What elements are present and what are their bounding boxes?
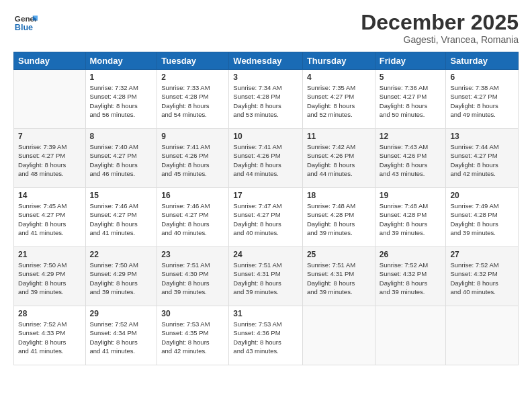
- day-number: 4: [307, 73, 371, 82]
- location-subtitle: Gagesti, Vrancea, Romania: [361, 34, 519, 45]
- calendar-cell: 28Sunrise: 7:52 AM Sunset: 4:33 PM Dayli…: [14, 306, 86, 365]
- week-row-3: 14Sunrise: 7:45 AM Sunset: 4:27 PM Dayli…: [14, 188, 519, 247]
- day-info: Sunrise: 7:34 AM Sunset: 4:28 PM Dayligh…: [233, 83, 298, 119]
- day-number: 25: [307, 250, 371, 259]
- weekday-header-wednesday: Wednesday: [229, 52, 303, 70]
- day-number: 13: [450, 132, 514, 141]
- day-number: 18: [307, 191, 371, 200]
- calendar-cell: 24Sunrise: 7:51 AM Sunset: 4:31 PM Dayli…: [229, 247, 303, 306]
- calendar-table: SundayMondayTuesdayWednesdayThursdayFrid…: [13, 52, 519, 365]
- calendar-cell: 12Sunrise: 7:43 AM Sunset: 4:26 PM Dayli…: [375, 129, 446, 188]
- calendar-cell: 2Sunrise: 7:33 AM Sunset: 4:28 PM Daylig…: [157, 70, 229, 129]
- weekday-header-row: SundayMondayTuesdayWednesdayThursdayFrid…: [14, 52, 519, 70]
- day-number: 31: [233, 309, 298, 318]
- weekday-header-tuesday: Tuesday: [157, 52, 229, 70]
- day-info: Sunrise: 7:47 AM Sunset: 4:27 PM Dayligh…: [233, 201, 298, 237]
- day-info: Sunrise: 7:39 AM Sunset: 4:27 PM Dayligh…: [18, 142, 81, 178]
- calendar-cell: 22Sunrise: 7:50 AM Sunset: 4:29 PM Dayli…: [85, 247, 157, 306]
- calendar-cell: 6Sunrise: 7:38 AM Sunset: 4:27 PM Daylig…: [446, 70, 519, 129]
- calendar-cell: [302, 306, 375, 365]
- day-info: Sunrise: 7:51 AM Sunset: 4:31 PM Dayligh…: [233, 261, 298, 296]
- day-info: Sunrise: 7:46 AM Sunset: 4:27 PM Dayligh…: [90, 201, 153, 237]
- day-info: Sunrise: 7:53 AM Sunset: 4:35 PM Dayligh…: [161, 320, 224, 355]
- day-info: Sunrise: 7:45 AM Sunset: 4:27 PM Dayligh…: [18, 201, 81, 237]
- calendar-cell: 10Sunrise: 7:41 AM Sunset: 4:26 PM Dayli…: [229, 129, 303, 188]
- day-number: 11: [307, 132, 371, 141]
- day-number: 8: [90, 132, 153, 141]
- calendar-cell: 31Sunrise: 7:53 AM Sunset: 4:36 PM Dayli…: [229, 306, 303, 365]
- day-info: Sunrise: 7:48 AM Sunset: 4:28 PM Dayligh…: [307, 201, 371, 237]
- day-number: 14: [18, 191, 81, 200]
- calendar-cell: 11Sunrise: 7:42 AM Sunset: 4:26 PM Dayli…: [302, 129, 375, 188]
- calendar-cell: 3Sunrise: 7:34 AM Sunset: 4:28 PM Daylig…: [229, 70, 303, 129]
- title-block: December 2025 Gagesti, Vrancea, Romania: [361, 11, 519, 45]
- day-info: Sunrise: 7:50 AM Sunset: 4:29 PM Dayligh…: [90, 261, 153, 296]
- weekday-header-sunday: Sunday: [14, 52, 86, 70]
- day-number: 27: [450, 250, 514, 259]
- calendar-cell: 14Sunrise: 7:45 AM Sunset: 4:27 PM Dayli…: [14, 188, 86, 247]
- day-number: 3: [233, 73, 298, 82]
- day-number: 21: [18, 250, 81, 259]
- day-number: 15: [90, 191, 153, 200]
- calendar-cell: 29Sunrise: 7:52 AM Sunset: 4:34 PM Dayli…: [85, 306, 157, 365]
- day-info: Sunrise: 7:40 AM Sunset: 4:27 PM Dayligh…: [90, 142, 153, 178]
- day-info: Sunrise: 7:32 AM Sunset: 4:28 PM Dayligh…: [90, 83, 153, 119]
- weekday-header-monday: Monday: [85, 52, 157, 70]
- calendar-cell: [446, 306, 519, 365]
- month-title: December 2025: [361, 11, 519, 34]
- logo-icon: General Blue: [13, 11, 38, 35]
- day-number: 29: [90, 309, 153, 318]
- calendar-cell: 5Sunrise: 7:36 AM Sunset: 4:27 PM Daylig…: [375, 70, 446, 129]
- day-info: Sunrise: 7:48 AM Sunset: 4:28 PM Dayligh…: [380, 201, 442, 237]
- day-number: 23: [161, 250, 224, 259]
- calendar-cell: 20Sunrise: 7:49 AM Sunset: 4:28 PM Dayli…: [446, 188, 519, 247]
- calendar-cell: 19Sunrise: 7:48 AM Sunset: 4:28 PM Dayli…: [375, 188, 446, 247]
- day-number: 26: [380, 250, 442, 259]
- calendar-cell: 16Sunrise: 7:46 AM Sunset: 4:27 PM Dayli…: [157, 188, 229, 247]
- day-info: Sunrise: 7:43 AM Sunset: 4:26 PM Dayligh…: [380, 142, 442, 178]
- day-info: Sunrise: 7:50 AM Sunset: 4:29 PM Dayligh…: [18, 261, 81, 296]
- day-number: 19: [380, 191, 442, 200]
- calendar-cell: 17Sunrise: 7:47 AM Sunset: 4:27 PM Dayli…: [229, 188, 303, 247]
- day-number: 6: [450, 73, 514, 82]
- calendar-cell: 25Sunrise: 7:51 AM Sunset: 4:31 PM Dayli…: [302, 247, 375, 306]
- day-info: Sunrise: 7:44 AM Sunset: 4:27 PM Dayligh…: [450, 142, 514, 178]
- day-number: 17: [233, 191, 298, 200]
- calendar-cell: [14, 70, 86, 129]
- day-info: Sunrise: 7:52 AM Sunset: 4:32 PM Dayligh…: [380, 261, 442, 296]
- weekday-header-saturday: Saturday: [446, 52, 519, 70]
- day-number: 7: [18, 132, 81, 141]
- calendar-cell: 1Sunrise: 7:32 AM Sunset: 4:28 PM Daylig…: [85, 70, 157, 129]
- day-number: 1: [90, 73, 153, 82]
- calendar-cell: 30Sunrise: 7:53 AM Sunset: 4:35 PM Dayli…: [157, 306, 229, 365]
- logo: General Blue: [13, 11, 38, 35]
- calendar-cell: 15Sunrise: 7:46 AM Sunset: 4:27 PM Dayli…: [85, 188, 157, 247]
- weekday-header-thursday: Thursday: [302, 52, 375, 70]
- calendar-cell: 21Sunrise: 7:50 AM Sunset: 4:29 PM Dayli…: [14, 247, 86, 306]
- calendar-cell: 18Sunrise: 7:48 AM Sunset: 4:28 PM Dayli…: [302, 188, 375, 247]
- day-info: Sunrise: 7:52 AM Sunset: 4:34 PM Dayligh…: [90, 320, 153, 355]
- calendar-cell: 13Sunrise: 7:44 AM Sunset: 4:27 PM Dayli…: [446, 129, 519, 188]
- day-info: Sunrise: 7:42 AM Sunset: 4:26 PM Dayligh…: [307, 142, 371, 178]
- day-number: 5: [380, 73, 442, 82]
- calendar-cell: 26Sunrise: 7:52 AM Sunset: 4:32 PM Dayli…: [375, 247, 446, 306]
- day-number: 22: [90, 250, 153, 259]
- day-info: Sunrise: 7:51 AM Sunset: 4:30 PM Dayligh…: [161, 261, 224, 296]
- week-row-1: 1Sunrise: 7:32 AM Sunset: 4:28 PM Daylig…: [14, 70, 519, 129]
- day-info: Sunrise: 7:52 AM Sunset: 4:32 PM Dayligh…: [450, 261, 514, 296]
- calendar-cell: 7Sunrise: 7:39 AM Sunset: 4:27 PM Daylig…: [14, 129, 86, 188]
- weekday-header-friday: Friday: [375, 52, 446, 70]
- day-info: Sunrise: 7:51 AM Sunset: 4:31 PM Dayligh…: [307, 261, 371, 296]
- day-number: 10: [233, 132, 298, 141]
- svg-text:Blue: Blue: [15, 23, 33, 32]
- day-number: 30: [161, 309, 224, 318]
- calendar-cell: [375, 306, 446, 365]
- calendar-cell: 8Sunrise: 7:40 AM Sunset: 4:27 PM Daylig…: [85, 129, 157, 188]
- day-info: Sunrise: 7:52 AM Sunset: 4:33 PM Dayligh…: [18, 320, 81, 355]
- day-info: Sunrise: 7:35 AM Sunset: 4:27 PM Dayligh…: [307, 83, 371, 119]
- week-row-5: 28Sunrise: 7:52 AM Sunset: 4:33 PM Dayli…: [14, 306, 519, 365]
- day-number: 24: [233, 250, 298, 259]
- day-number: 12: [380, 132, 442, 141]
- day-number: 20: [450, 191, 514, 200]
- header: General Blue December 2025 Gagesti, Vran…: [13, 11, 519, 45]
